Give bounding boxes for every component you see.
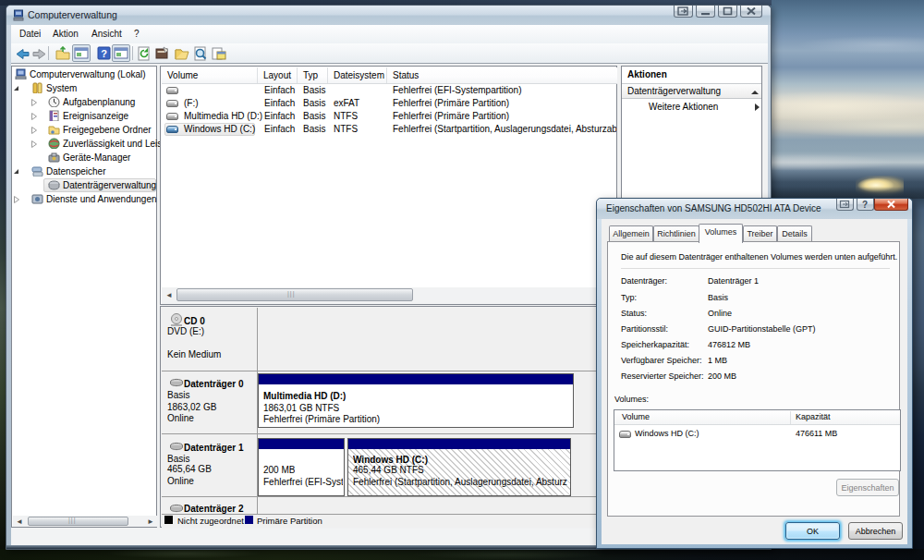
svg-text:?: ? [862, 200, 868, 210]
svg-text:?: ? [101, 48, 107, 59]
